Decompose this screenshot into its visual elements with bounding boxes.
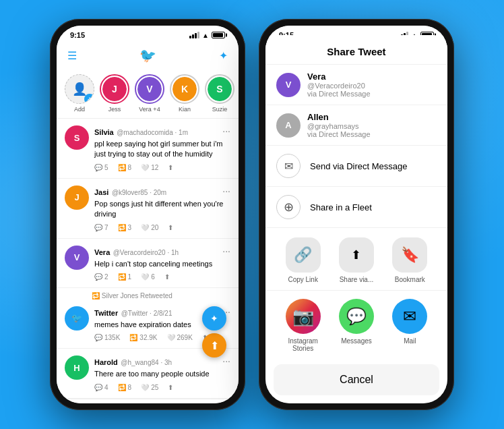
retweet-action-1[interactable]: 🔁 8 bbox=[118, 164, 132, 171]
twitter-logo-1: 🐦 bbox=[139, 47, 156, 63]
reply-action-2[interactable]: 💬 7 bbox=[94, 224, 108, 231]
story-jess[interactable]: J Jess bbox=[100, 74, 129, 113]
send-dm-icon: ✉ bbox=[276, 154, 301, 178]
retweet-action-4[interactable]: 🔁 32.9K bbox=[129, 334, 157, 341]
retweet-action-3[interactable]: 🔁 1 bbox=[118, 273, 132, 281]
tweet-name-5: Harold bbox=[94, 358, 118, 366]
share-option-fleet[interactable]: ⊕ Share in a Fleet bbox=[265, 187, 447, 228]
story-label-jess: Jess bbox=[108, 106, 121, 113]
tweet-text-5: There are too many people outside bbox=[94, 369, 230, 379]
messages-icon: 💬 bbox=[339, 299, 374, 334]
cancel-button[interactable]: Cancel bbox=[274, 364, 439, 395]
tweet-name-1: Silvia bbox=[94, 128, 114, 136]
more-options-1[interactable]: ··· bbox=[222, 125, 230, 136]
share-action-2[interactable]: ⬆ bbox=[168, 224, 173, 231]
fleet-icon: ⊕ bbox=[276, 195, 301, 219]
instagram-label: InstagramStories bbox=[288, 337, 317, 352]
share-action-5[interactable]: ⬆ bbox=[168, 384, 173, 391]
avatar-twitter: 🐦 bbox=[65, 306, 89, 331]
instagram-icon: 📷 bbox=[286, 299, 321, 334]
share-fab[interactable]: ⬆ bbox=[202, 333, 226, 358]
like-action-4[interactable]: 🤍 269K bbox=[167, 334, 193, 341]
tweet-actions-2: 💬 7 🔁 3 🤍 20 ⬆ bbox=[94, 224, 230, 231]
share-action-1[interactable]: ⬆ bbox=[168, 164, 173, 171]
sparkle-icon[interactable]: ✦ bbox=[219, 49, 228, 62]
like-action-1[interactable]: 🤍 12 bbox=[141, 164, 158, 171]
signal-icon bbox=[189, 32, 199, 38]
retweet-notice: 🔁 Silver Jones Retweeted bbox=[57, 288, 239, 299]
story-kian[interactable]: K Kian bbox=[170, 74, 199, 113]
reply-action-4[interactable]: 💬 135K bbox=[94, 334, 120, 341]
mail-icon: ✉ bbox=[392, 299, 427, 334]
reply-action-1[interactable]: 💬 5 bbox=[94, 164, 108, 171]
tweet-handle-1: @machadocomida · 1m bbox=[117, 129, 188, 136]
avatar-vera: V bbox=[65, 246, 89, 270]
more-options-3[interactable]: ··· bbox=[222, 246, 230, 256]
tweet-item-3: V Vera @Veracordeiro20 · 1h ··· Help i c… bbox=[57, 239, 239, 288]
copy-link-icon: 🔗 bbox=[286, 237, 321, 273]
mail-label: Mail bbox=[404, 337, 416, 345]
share-messages[interactable]: 💬 Messages bbox=[339, 299, 374, 352]
tweet-actions-1: 💬 5 🔁 8 🤍 12 ⬆ bbox=[94, 164, 230, 171]
add-story-btn[interactable]: + bbox=[84, 94, 94, 104]
tweet-text-3: Help i can't stop canceling meetings bbox=[94, 259, 230, 269]
share-option-dm[interactable]: ✉ Send via Direct Message bbox=[265, 146, 447, 187]
like-action-2[interactable]: 🤍 20 bbox=[141, 224, 158, 231]
share-dm-vera[interactable]: V Vera @Veracordeiro20 via Direct Messag… bbox=[265, 65, 447, 105]
retweet-action-2[interactable]: 🔁 3 bbox=[118, 224, 132, 231]
reply-action-5[interactable]: 💬 4 bbox=[94, 384, 108, 391]
hamburger-icon[interactable]: ☰ bbox=[67, 49, 77, 62]
tweet-actions-3: 💬 2 🔁 1 🤍 6 ⬆ bbox=[94, 273, 230, 281]
more-options-2[interactable]: ··· bbox=[222, 185, 230, 196]
story-vera[interactable]: V Vera +4 bbox=[135, 74, 164, 113]
tweet-handle-3: @Veracordeiro20 · 1h bbox=[113, 249, 179, 256]
share-via-label: Share via... bbox=[340, 276, 374, 283]
reply-action-3[interactable]: 💬 2 bbox=[94, 273, 108, 281]
bottom-nav-1: 🏠 🔍 🔔 ✉ bbox=[57, 399, 239, 403]
share-action-3[interactable]: ⬆ bbox=[164, 273, 170, 281]
tweet-content-2: Jasi @k9lover85 · 20m ··· Pop songs just… bbox=[94, 185, 230, 231]
messages-label: Messages bbox=[341, 337, 372, 345]
dm-info-allen: Allen @grayhamsays via Direct Message bbox=[307, 112, 437, 138]
dm-info-vera: Vera @Veracordeiro20 via Direct Message bbox=[307, 72, 437, 98]
story-label-kian: Kian bbox=[179, 106, 191, 113]
tweet-name-2: Jasi bbox=[94, 188, 108, 196]
add-story[interactable]: 👤 + Add bbox=[65, 74, 94, 113]
tweet-content-5: Harold @h_wang84 · 3h ··· There are too … bbox=[94, 355, 230, 391]
tweet-handle-4: @Twitter · 2/8/21 bbox=[121, 310, 172, 317]
more-options-5[interactable]: ··· bbox=[222, 355, 230, 366]
share-icon-row: 🔗 Copy Link ⬆ Share via... 🔖 Bookmark bbox=[265, 228, 447, 291]
share-copy-link[interactable]: 🔗 Copy Link bbox=[286, 237, 321, 283]
share-instagram[interactable]: 📷 InstagramStories bbox=[286, 299, 321, 352]
avatar-harold: H bbox=[65, 355, 89, 380]
fleet-label: Share in a Fleet bbox=[310, 202, 372, 212]
app-icon-row: 📷 InstagramStories 💬 Messages ✉ Mail bbox=[265, 291, 447, 359]
copy-link-label: Copy Link bbox=[288, 276, 317, 283]
tweet-text-1: ppl keep saying hot girl summer but i'm … bbox=[94, 139, 230, 160]
story-label-add: Add bbox=[74, 106, 85, 113]
like-action-3[interactable]: 🤍 6 bbox=[141, 273, 155, 281]
status-bar-1: 9:15 ▲ bbox=[57, 26, 239, 42]
dm-avatar-vera: V bbox=[276, 73, 301, 97]
status-icons-1: ▲ bbox=[189, 32, 225, 39]
retweet-action-5[interactable]: 🔁 8 bbox=[118, 384, 132, 391]
tweet-content-3: Vera @Veracordeiro20 · 1h ··· Help i can… bbox=[94, 246, 230, 281]
avatar-jasi: J bbox=[65, 185, 89, 210]
share-bookmark[interactable]: 🔖 Bookmark bbox=[392, 237, 427, 283]
bookmark-icon: 🔖 bbox=[392, 237, 427, 273]
tweet-content-1: Silvia @machadocomida · 1m ··· ppl keep … bbox=[94, 125, 230, 171]
tweet-item-2: J Jasi @k9lover85 · 20m ··· Pop songs ju… bbox=[57, 179, 239, 239]
share-dm-allen[interactable]: A Allen @grayhamsays via Direct Message bbox=[265, 105, 447, 146]
share-mail[interactable]: ✉ Mail bbox=[392, 299, 427, 352]
compose-fab[interactable]: ✦ bbox=[202, 306, 226, 331]
share-via-icon: ⬆ bbox=[339, 237, 374, 273]
share-title: Share Tweet bbox=[265, 35, 447, 65]
story-label-suzie: Suzie bbox=[212, 106, 228, 113]
share-sheet-overlay[interactable]: Share Tweet V Vera @Veracordeiro20 via D… bbox=[265, 107, 447, 403]
story-suzie[interactable]: S Suzie bbox=[205, 74, 234, 113]
share-sheet: Share Tweet V Vera @Veracordeiro20 via D… bbox=[265, 35, 447, 403]
tweet-item-1: S Silvia @machadocomida · 1m ··· ppl kee… bbox=[57, 119, 239, 179]
twitter-header-1: ☰ 🐦 ✦ bbox=[57, 42, 239, 69]
like-action-5[interactable]: 🤍 25 bbox=[141, 384, 158, 391]
share-share-via[interactable]: ⬆ Share via... bbox=[339, 237, 374, 283]
